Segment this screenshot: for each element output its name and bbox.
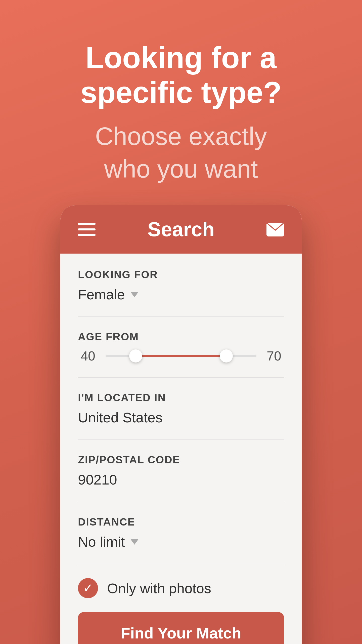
- distance-value[interactable]: No limit: [78, 534, 284, 550]
- divider-4: [78, 502, 284, 502]
- age-from-section: AGE FROM 40 70: [78, 331, 284, 364]
- top-bar: Search: [60, 205, 302, 254]
- age-max-value: 70: [264, 348, 284, 364]
- divider-2: [78, 377, 284, 378]
- age-from-label: AGE FROM: [78, 331, 284, 343]
- located-in-value[interactable]: United States: [78, 409, 284, 426]
- header-title: Search: [148, 218, 215, 241]
- zip-value[interactable]: 90210: [78, 471, 284, 488]
- only-photos-label: Only with photos: [107, 580, 211, 596]
- looking-for-value[interactable]: Female: [78, 286, 284, 303]
- age-slider-thumb-right[interactable]: [220, 349, 233, 363]
- find-match-button[interactable]: Find Your Match: [78, 612, 284, 644]
- checkmark-icon: ✓: [83, 582, 93, 594]
- only-with-photos-row: ✓ Only with photos: [78, 578, 284, 598]
- distance-label: DISTANCE: [78, 516, 284, 528]
- located-in-label: I'M LOCATED IN: [78, 392, 284, 404]
- looking-for-label: LOOKING FOR: [78, 269, 284, 281]
- zip-label: ZIP/POSTAL CODE: [78, 454, 284, 466]
- hamburger-menu-button[interactable]: [78, 223, 96, 236]
- divider-1: [78, 316, 284, 317]
- located-in-section: I'M LOCATED IN United States: [78, 392, 284, 426]
- age-slider-fill: [136, 355, 226, 357]
- looking-for-dropdown-arrow: [130, 292, 139, 297]
- only-photos-checkbox[interactable]: ✓: [78, 578, 98, 598]
- phone-card: Search LOOKING FOR Female AGE FROM 40: [60, 205, 302, 644]
- zip-section: ZIP/POSTAL CODE 90210: [78, 454, 284, 488]
- hero-title: Looking for a specific type?: [25, 40, 337, 110]
- hero-subtitle: Choose exactly who you want: [25, 120, 337, 185]
- mail-button[interactable]: [266, 223, 284, 236]
- age-slider-track[interactable]: [106, 355, 256, 357]
- age-slider-thumb-left[interactable]: [129, 349, 142, 363]
- distance-section: DISTANCE No limit: [78, 516, 284, 550]
- hero-section: Looking for a specific type? Choose exac…: [0, 0, 362, 205]
- age-min-value: 40: [78, 348, 98, 364]
- divider-5: [78, 564, 284, 564]
- looking-for-section: LOOKING FOR Female: [78, 269, 284, 303]
- age-range-row: 40 70: [78, 348, 284, 364]
- content-area: LOOKING FOR Female AGE FROM 40 70: [60, 254, 302, 644]
- divider-3: [78, 439, 284, 440]
- distance-dropdown-arrow: [130, 539, 139, 545]
